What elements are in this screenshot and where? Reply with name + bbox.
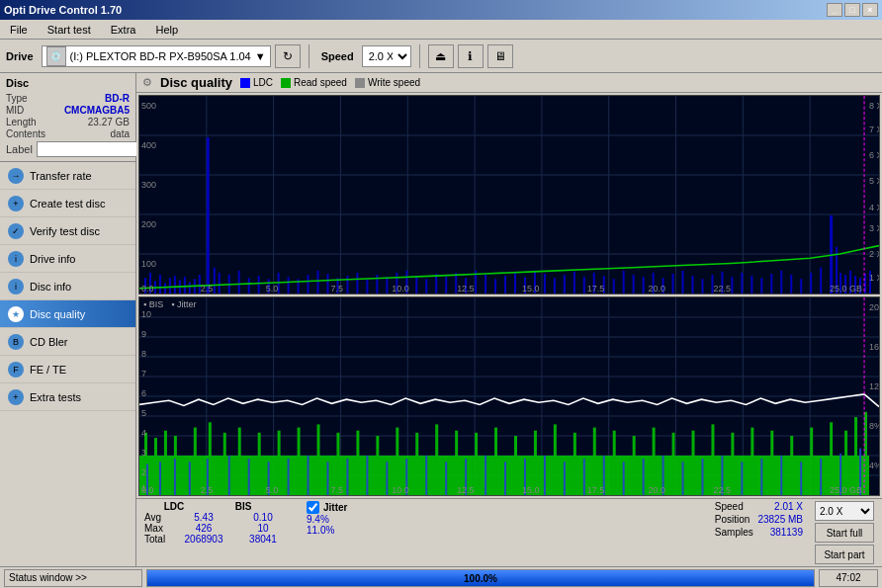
svg-rect-78 xyxy=(701,279,703,294)
svg-text:20.0: 20.0 xyxy=(649,485,665,495)
stats-ldc-bis: LDC BIS Avg 5.43 0.10 Max 426 10 Total xyxy=(144,501,283,545)
maximize-button[interactable]: □ xyxy=(844,3,860,17)
svg-rect-199 xyxy=(366,456,368,495)
stats-max-ldc: 426 xyxy=(184,523,223,534)
svg-text:7 X: 7 X xyxy=(869,125,879,134)
sidebar-item-drive-info[interactable]: i Drive info xyxy=(0,245,135,273)
drive-select[interactable]: 💿 (I:) PLEXTOR BD-R PX-B950SA 1.04 ▼ xyxy=(42,45,271,67)
svg-text:3: 3 xyxy=(141,448,146,458)
svg-rect-49 xyxy=(415,276,417,294)
svg-text:17.5: 17.5 xyxy=(587,485,604,495)
create-test-disc-icon: + xyxy=(8,196,24,211)
jitter-label: Jitter xyxy=(323,502,347,513)
stats-speed-select[interactable]: 2.0 X xyxy=(815,501,874,521)
close-button[interactable]: × xyxy=(862,3,878,17)
start-full-button[interactable]: Start full xyxy=(815,523,874,543)
svg-rect-203 xyxy=(445,462,447,495)
svg-rect-52 xyxy=(445,277,447,294)
transfer-rate-icon: → xyxy=(8,168,24,184)
drive-refresh-button[interactable]: ↻ xyxy=(275,44,301,68)
start-part-button[interactable]: Start part xyxy=(815,545,874,564)
speed-label-stat: Speed xyxy=(715,501,744,512)
svg-rect-154 xyxy=(258,433,261,495)
chart-header: ⚙ Disc quality LDC Read speed Write spee… xyxy=(136,73,882,93)
svg-rect-180 xyxy=(770,431,773,495)
charts-area: 8 X 7 X 6 X 5 X 4 X 3 X 2 X 1 X 500 400 … xyxy=(136,93,882,498)
sidebar-item-verify-test-disc[interactable]: ✓ Verify test disc xyxy=(0,217,135,245)
screen-button[interactable]: 🖥 xyxy=(487,44,513,68)
stats-speed-info: Speed 2.01 X Position 23825 MB Samples 3… xyxy=(715,501,803,564)
jitter-avg: 9.4% xyxy=(307,514,347,525)
svg-text:15.0: 15.0 xyxy=(522,485,539,495)
sidebar-item-cd-bler[interactable]: B CD Bler xyxy=(0,328,135,356)
stats-jitter: Jitter 9.4% 11.0% xyxy=(307,501,347,545)
menu-extra[interactable]: Extra xyxy=(105,22,142,38)
svg-rect-205 xyxy=(485,456,486,495)
menu-file[interactable]: File xyxy=(4,22,34,38)
chart2-jitter-legend: ▪ Jitter xyxy=(171,299,196,309)
svg-text:25.0 GB: 25.0 GB xyxy=(830,284,862,294)
svg-rect-165 xyxy=(475,433,478,495)
disc-quality-icon: ★ xyxy=(8,306,24,322)
menu-help[interactable]: Help xyxy=(149,22,184,38)
svg-rect-200 xyxy=(386,462,388,495)
legend-ldc: LDC xyxy=(240,77,273,88)
svg-text:12.5: 12.5 xyxy=(457,485,474,495)
drive-label: Drive xyxy=(6,50,34,62)
position-value-stat: 23825 MB xyxy=(757,514,803,525)
svg-rect-216 xyxy=(701,459,703,495)
svg-rect-57 xyxy=(494,279,496,294)
sidebar-item-create-test-disc[interactable]: + Create test disc xyxy=(0,190,135,217)
svg-rect-198 xyxy=(346,459,348,495)
legend-ldc-color xyxy=(240,78,250,88)
sidebar-item-fe-te[interactable]: F FE / TE xyxy=(0,356,135,383)
svg-rect-89 xyxy=(810,273,812,294)
svg-rect-0 xyxy=(139,96,879,294)
svg-rect-23 xyxy=(184,277,186,294)
jitter-checkbox[interactable] xyxy=(307,501,319,514)
info-button[interactable]: ℹ xyxy=(458,44,484,68)
drive-icon: 💿 xyxy=(46,46,66,66)
sidebar-item-transfer-rate[interactable]: → Transfer rate xyxy=(0,162,135,190)
svg-rect-42 xyxy=(346,276,348,294)
svg-rect-219 xyxy=(760,459,762,495)
svg-text:400: 400 xyxy=(141,139,156,149)
svg-text:5.0: 5.0 xyxy=(266,485,278,495)
menu-start-test[interactable]: Start test xyxy=(42,22,97,38)
disc-panel-title: Disc xyxy=(6,77,130,89)
svg-rect-169 xyxy=(554,424,557,495)
speed-select[interactable]: 1.0 X 2.0 X 4.0 X 6.0 X 8.0 X xyxy=(362,45,411,67)
svg-rect-84 xyxy=(760,278,762,294)
sidebar-item-disc-info[interactable]: i Disc info xyxy=(0,273,135,300)
svg-rect-86 xyxy=(780,271,782,294)
svg-text:0.0: 0.0 xyxy=(141,284,153,294)
svg-rect-175 xyxy=(672,433,675,495)
svg-rect-172 xyxy=(613,431,616,495)
svg-rect-220 xyxy=(780,456,782,495)
svg-text:8 X: 8 X xyxy=(869,100,879,110)
svg-rect-208 xyxy=(544,456,546,495)
svg-rect-212 xyxy=(623,462,625,495)
svg-rect-46 xyxy=(386,277,388,294)
stats-avg-bis: 0.10 xyxy=(243,512,283,523)
svg-rect-20 xyxy=(169,278,171,294)
svg-rect-40 xyxy=(326,274,328,294)
svg-rect-63 xyxy=(554,278,556,294)
eject-button[interactable]: ⏏ xyxy=(428,44,454,68)
svg-rect-58 xyxy=(504,276,506,294)
svg-text:22.5: 22.5 xyxy=(713,284,730,294)
sidebar-item-extra-tests[interactable]: + Extra tests xyxy=(0,383,135,411)
drive-name: (I:) PLEXTOR BD-R PX-B950SA 1.04 xyxy=(70,50,251,62)
verify-test-disc-icon: ✓ xyxy=(8,223,24,239)
minimize-button[interactable]: _ xyxy=(827,3,842,17)
sidebar-item-disc-quality[interactable]: ★ Disc quality xyxy=(0,300,135,328)
stats-right: Speed 2.01 X Position 23825 MB Samples 3… xyxy=(715,501,874,564)
svg-text:300: 300 xyxy=(141,179,156,189)
svg-text:2: 2 xyxy=(141,467,146,477)
svg-text:10.0: 10.0 xyxy=(392,485,408,495)
svg-rect-222 xyxy=(820,459,822,495)
status-window-button[interactable]: Status window >> xyxy=(4,569,142,587)
svg-rect-81 xyxy=(731,277,733,294)
svg-text:7.5: 7.5 xyxy=(330,485,342,495)
svg-text:500: 500 xyxy=(141,100,156,110)
